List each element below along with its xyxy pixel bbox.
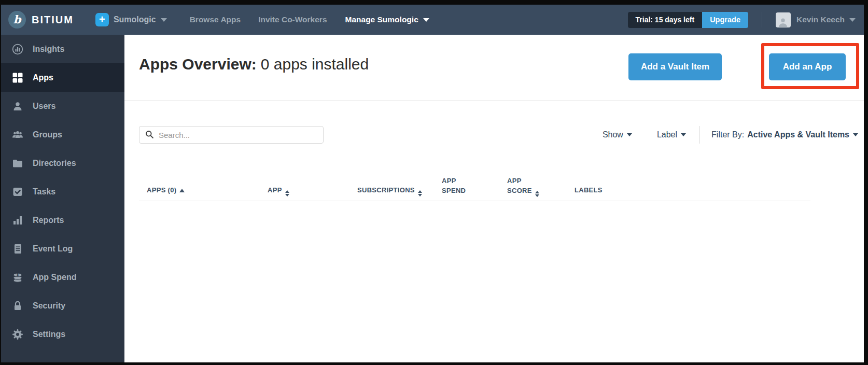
show-dropdown[interactable]: Show — [603, 130, 632, 139]
page-title: Apps Overview:0 apps installed — [139, 55, 369, 73]
user-icon — [11, 100, 24, 113]
navbar-divider — [762, 12, 762, 27]
task-check-icon — [11, 186, 24, 198]
screenshot-frame: BITIUM Sumologic Browse Apps Invite Co-W… — [0, 0, 868, 365]
apps-grid-icon — [11, 72, 24, 84]
sidebar-item-groups[interactable]: Groups — [1, 120, 124, 149]
gear-icon — [11, 328, 24, 341]
person-icon — [777, 16, 789, 27]
org-plus-icon[interactable] — [95, 13, 109, 26]
chevron-down-icon — [853, 133, 858, 136]
column-header-apps[interactable]: APPS (0) — [147, 185, 185, 195]
sidebar-item-label: Groups — [33, 130, 62, 139]
sidebar-item-label: Insights — [33, 45, 64, 54]
document-icon — [11, 243, 24, 255]
insights-icon — [11, 43, 24, 55]
sort-asc-icon — [179, 189, 185, 192]
sidebar-item-app-spend[interactable]: $ App Spend — [1, 263, 124, 291]
column-header-subscriptions[interactable]: SUBSCRIPTIONS — [357, 185, 422, 196]
filter-by-dropdown[interactable]: Filter By: Active Apps & Vault Items — [711, 130, 858, 139]
brand-title[interactable]: BITIUM — [32, 14, 74, 26]
sidebar-item-label: Security — [33, 301, 65, 311]
sidebar-item-insights[interactable]: Insights — [1, 35, 124, 63]
filter-by-value: Active Apps & Vault Items — [747, 130, 849, 139]
org-name[interactable]: Sumologic — [114, 15, 156, 24]
sidebar-item-users[interactable]: Users — [1, 92, 124, 120]
nav-manage-label: Manage Sumologic — [345, 15, 418, 24]
sidebar-nav: Insights Apps Users Groups — [1, 35, 124, 362]
sidebar-item-label: Users — [33, 102, 55, 111]
sort-both-icon — [285, 190, 289, 196]
org-caret-icon[interactable] — [161, 18, 167, 22]
bitium-logo-icon[interactable] — [8, 11, 26, 29]
sidebar-item-label: Tasks — [33, 187, 55, 196]
upgrade-button[interactable]: Upgrade — [702, 12, 748, 28]
top-navbar: BITIUM Sumologic Browse Apps Invite Co-W… — [1, 5, 864, 35]
bar-chart-icon — [11, 214, 24, 227]
sidebar-item-settings[interactable]: Settings — [1, 320, 124, 348]
apps-toolbar: Show Label Filter By: Active Apps & Vaul… — [139, 126, 858, 144]
column-header-app-spend: APP SPEND — [442, 176, 474, 195]
nav-manage-org[interactable]: Manage Sumologic — [345, 15, 429, 24]
search-icon — [145, 130, 154, 139]
trial-pill: Trial: 15 days left Upgrade — [628, 12, 748, 28]
column-header-app-score[interactable]: APP SCORE — [507, 176, 542, 197]
label-dropdown-label: Label — [657, 130, 677, 139]
show-dropdown-label: Show — [603, 130, 623, 139]
nav-browse-apps[interactable]: Browse Apps — [190, 15, 241, 24]
filter-divider — [699, 126, 700, 144]
label-dropdown[interactable]: Label — [657, 130, 686, 139]
sidebar-item-event-log[interactable]: Event Log — [1, 234, 124, 263]
sidebar-item-label: Reports — [33, 216, 64, 225]
search-input[interactable] — [139, 126, 324, 144]
user-caret-icon[interactable] — [849, 18, 856, 22]
sidebar-item-reports[interactable]: Reports — [1, 206, 124, 234]
nav-invite-coworkers[interactable]: Invite Co-Workers — [258, 15, 327, 24]
filter-by-label: Filter By: — [711, 130, 744, 139]
sort-both-icon — [535, 191, 539, 197]
chevron-down-icon — [681, 133, 686, 136]
group-icon — [11, 129, 24, 141]
apps-table-header: APPS (0) APP SUBSCRIPTIONS APP SPEND APP… — [139, 176, 810, 201]
sidebar-item-label: Settings — [33, 330, 65, 339]
trial-status-badge: Trial: 15 days left — [628, 12, 703, 28]
column-header-labels: LABELS — [575, 185, 603, 195]
user-menu[interactable]: Kevin Keech — [796, 15, 845, 24]
header-divider — [124, 100, 864, 101]
sidebar-item-label: Directories — [33, 159, 76, 168]
sidebar-item-apps[interactable]: Apps — [1, 63, 124, 92]
user-avatar[interactable] — [776, 12, 791, 27]
page-title-count: 0 apps installed — [261, 55, 369, 73]
lock-icon — [11, 300, 24, 312]
add-vault-item-button[interactable]: Add a Vault Item — [628, 53, 722, 80]
sidebar-item-security[interactable]: Security — [1, 291, 124, 320]
sidebar-item-label: Apps — [33, 73, 53, 82]
sort-both-icon — [418, 190, 422, 196]
search-box — [139, 126, 324, 144]
column-header-app[interactable]: APP — [268, 185, 289, 196]
manage-caret-icon — [423, 18, 429, 22]
add-an-app-button[interactable]: Add an App — [769, 53, 846, 80]
page-title-bold: Apps Overview: — [139, 55, 257, 73]
sidebar-item-label: App Spend — [33, 273, 76, 282]
svg-text:$: $ — [17, 273, 19, 277]
chevron-down-icon — [627, 133, 632, 136]
filter-controls: Show Label Filter By: Active Apps & Vaul… — [603, 126, 858, 144]
coins-icon: $ — [11, 271, 24, 284]
sidebar-item-tasks[interactable]: Tasks — [1, 177, 124, 206]
sidebar-item-directories[interactable]: Directories — [1, 149, 124, 177]
folder-icon — [11, 157, 24, 170]
main-content: Apps Overview:0 apps installed Add a Vau… — [124, 35, 864, 362]
sidebar-item-label: Event Log — [33, 244, 73, 254]
